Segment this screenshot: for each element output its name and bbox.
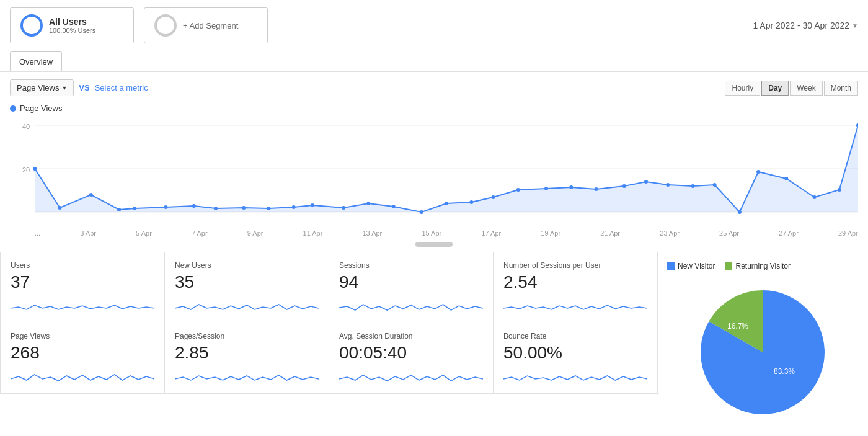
svg-point-39 <box>856 123 858 127</box>
x-axis-labels: ... 3 Apr 5 Apr 7 Apr 9 Apr 11 Apr 13 Ap… <box>10 228 858 239</box>
x-label-10: 21 Apr <box>600 229 620 237</box>
time-btn-day[interactable]: Day <box>761 81 789 96</box>
add-segment-label[interactable]: + Add Segment <box>183 21 238 30</box>
metric-pages-session-title: Pages/Session <box>175 332 319 340</box>
metric-users-sparkline <box>11 296 154 314</box>
metric-sessions-per-user-value: 2.54 <box>503 272 647 292</box>
svg-point-15 <box>267 207 270 210</box>
segment-info: All Users 100.00% Users <box>49 17 95 34</box>
time-btn-week[interactable]: Week <box>790 81 822 96</box>
page-views-metric-button[interactable]: Page Views ▼ <box>10 79 74 96</box>
metric-page-views: Page Views 268 <box>0 323 165 394</box>
metric-page-views-sparkline <box>11 367 154 385</box>
top-bar: All Users 100.00% Users + Add Segment 1 … <box>0 0 868 51</box>
x-label-3: 7 Apr <box>192 229 208 237</box>
chart-area: 40 20 <box>10 117 858 228</box>
chart-legend-dot <box>10 105 16 112</box>
select-metric-link[interactable]: Select a metric <box>95 83 148 92</box>
date-range-text: 1 Apr 2022 - 30 Apr 2022 <box>753 20 849 30</box>
chart-legend-label: Page Views <box>20 104 62 113</box>
time-buttons: Hourly Day Week Month <box>725 81 858 96</box>
metric-page-views-title: Page Views <box>11 332 154 340</box>
chart-controls: Page Views ▼ VS Select a metric Hourly D… <box>10 79 858 96</box>
metric-page-views-value: 268 <box>11 343 154 363</box>
bottom-section: Users 37 New Users 35 Sessions 94 <box>0 252 868 436</box>
svg-point-10 <box>133 207 136 210</box>
metric-sessions-per-user: Number of Sessions per User 2.54 <box>493 252 658 323</box>
metric-users-title: Users <box>11 261 154 270</box>
svg-point-27 <box>569 185 573 189</box>
svg-point-18 <box>342 206 345 210</box>
metric-dropdown-icon: ▼ <box>61 85 67 91</box>
metric-avg-session-duration: Avg. Session Duration 00:05:40 <box>329 323 494 394</box>
svg-point-35 <box>756 170 760 174</box>
segment-all-users[interactable]: All Users 100.00% Users <box>10 7 134 43</box>
scrollbar-area[interactable] <box>10 239 858 252</box>
metric-bounce-rate-value: 50.00% <box>503 343 647 363</box>
svg-point-6 <box>33 167 37 171</box>
segment-circle-icon <box>20 14 43 37</box>
metric-btn-label: Page Views <box>17 83 59 92</box>
segment-sub: 100.00% Users <box>49 27 95 34</box>
metric-new-users: New Users 35 <box>164 252 329 323</box>
metric-avg-session-duration-sparkline <box>339 367 483 385</box>
tab-bar: Overview <box>0 51 868 72</box>
tab-overview[interactable]: Overview <box>10 51 62 71</box>
svg-point-9 <box>117 208 121 211</box>
metric-sessions-per-user-title: Number of Sessions per User <box>503 261 647 270</box>
time-btn-hourly[interactable]: Hourly <box>725 81 760 96</box>
svg-point-26 <box>544 187 548 190</box>
metric-bounce-rate-sparkline <box>503 367 647 385</box>
metric-selector: Page Views ▼ VS Select a metric <box>10 79 148 96</box>
svg-point-11 <box>164 205 167 209</box>
x-label-0: ... <box>35 229 40 237</box>
svg-point-14 <box>242 206 246 210</box>
metrics-left: Users 37 New Users 35 Sessions 94 <box>0 252 657 436</box>
metrics-row-1: Users 37 New Users 35 Sessions 94 <box>0 252 657 323</box>
date-range[interactable]: 1 Apr 2022 - 30 Apr 2022 ▼ <box>753 20 858 30</box>
metric-bounce-rate: Bounce Rate 50.00% <box>493 323 658 394</box>
pie-label-new-visitor: 83.3% <box>774 367 795 376</box>
metric-sessions-value: 94 <box>339 272 483 292</box>
metric-avg-session-duration-value: 00:05:40 <box>339 343 483 363</box>
svg-text:20: 20 <box>22 166 30 174</box>
time-btn-month[interactable]: Month <box>824 81 858 96</box>
svg-point-33 <box>713 183 717 187</box>
svg-point-34 <box>738 210 742 214</box>
x-label-2: 5 Apr <box>136 229 152 237</box>
chart-section: Page Views ▼ VS Select a metric Hourly D… <box>0 72 868 252</box>
pie-legend: New Visitor Returning Visitor <box>667 262 858 270</box>
add-segment-card[interactable]: + Add Segment <box>144 7 268 43</box>
x-label-5: 11 Apr <box>303 229 323 237</box>
metric-users: Users 37 <box>0 252 165 323</box>
date-range-dropdown-icon[interactable]: ▼ <box>852 22 858 29</box>
svg-point-23 <box>469 200 473 204</box>
svg-point-20 <box>392 205 396 208</box>
pie-legend-new-visitor: New Visitor <box>667 262 715 270</box>
svg-point-37 <box>813 195 817 199</box>
pie-legend-returning-visitor-label: Returning Visitor <box>735 262 790 270</box>
x-label-12: 25 Apr <box>719 229 739 237</box>
svg-text:40: 40 <box>22 123 30 130</box>
svg-point-36 <box>784 177 788 180</box>
add-segment-circle-icon <box>154 14 177 37</box>
svg-point-32 <box>691 184 694 188</box>
metric-pages-session: Pages/Session 2.85 <box>164 323 329 394</box>
x-label-14: 29 Apr <box>838 229 858 237</box>
scrollbar-thumb[interactable] <box>415 242 453 247</box>
svg-point-13 <box>214 207 218 210</box>
svg-point-17 <box>311 203 314 207</box>
metric-new-users-sparkline <box>175 296 319 314</box>
pie-section: New Visitor Returning Visitor <box>657 252 868 436</box>
metric-avg-session-duration-title: Avg. Session Duration <box>339 332 483 340</box>
svg-point-24 <box>492 195 495 199</box>
pie-swatch-new-visitor <box>667 262 675 270</box>
x-label-8: 17 Apr <box>481 229 501 237</box>
svg-point-38 <box>838 188 841 192</box>
metric-sessions-per-user-sparkline <box>503 296 647 314</box>
segment-label: All Users <box>49 17 95 27</box>
svg-point-22 <box>445 202 448 205</box>
x-label-13: 27 Apr <box>779 229 799 237</box>
metric-new-users-value: 35 <box>175 272 319 292</box>
x-label-7: 15 Apr <box>422 229 441 237</box>
